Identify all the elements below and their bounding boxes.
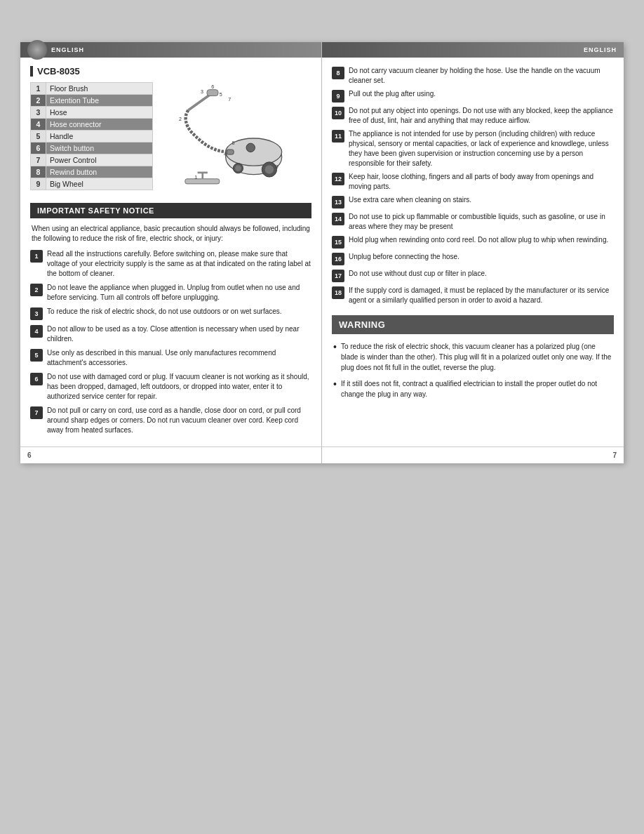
safety-items-left: 1Read all the instructions carefully. Be… — [30, 249, 311, 435]
product-title: VCB-8035 — [30, 66, 311, 77]
parts-row: 9Big Wheel — [31, 178, 153, 190]
svg-point-12 — [246, 143, 255, 152]
parts-row: 4Hose connector — [31, 119, 153, 131]
safety-section: IMPORTANT SAFETY NOTICE When using an el… — [30, 203, 311, 435]
left-page: ENGLISH VCB-8035 1Floor Brush2Extention … — [20, 42, 322, 463]
safety-item: 3To reduce the risk of electric shock, d… — [30, 307, 311, 320]
part-num: 8 — [31, 166, 46, 178]
parts-row: 5Handle — [31, 131, 153, 143]
safety-text: Do not put any object into openings. Do … — [349, 106, 614, 126]
svg-text:1: 1 — [194, 175, 197, 180]
safety-num: 5 — [30, 349, 43, 362]
vacuum-diagram: 3 6 5 7 8 1 2 4 9 — [159, 82, 311, 194]
part-label: Hose — [46, 107, 153, 119]
safety-item: 1Read all the instructions carefully. Be… — [30, 249, 311, 279]
safety-text: Hold plug when rewinding onto cord reel.… — [349, 235, 614, 249]
safety-text: Keep hair, loose clothing, fingers and a… — [349, 172, 614, 192]
svg-text:9: 9 — [276, 164, 279, 170]
safety-item: 15Hold plug when rewinding onto cord ree… — [332, 235, 614, 249]
safety-intro: When using an electrical appliance, basi… — [30, 224, 311, 244]
bullet: • — [333, 341, 337, 373]
safety-item: 8Do not carry vacuum cleaner by holding … — [332, 66, 614, 86]
safety-text: The appliance is not intended for use by… — [349, 129, 614, 168]
part-num: 7 — [31, 154, 46, 166]
svg-text:7: 7 — [228, 97, 231, 102]
part-num: 5 — [31, 131, 46, 143]
right-content: 8Do not carry vacuum cleaner by holding … — [322, 58, 624, 441]
safety-item: 10Do not put any object into openings. D… — [332, 106, 614, 126]
safety-num: 3 — [30, 307, 43, 320]
safety-item: 2Do not leave the appliance when plugged… — [30, 283, 311, 303]
safety-item: 5Use only as described in this manual. U… — [30, 348, 311, 368]
safety-num: 2 — [30, 284, 43, 296]
part-label: Handle — [46, 131, 153, 143]
warning-text: If it still does not fit, contract a qua… — [341, 378, 612, 399]
parts-row: 7Power Control — [31, 154, 153, 166]
part-label: Big Wheel — [46, 178, 153, 190]
right-page-footer: 7 — [322, 446, 624, 463]
svg-text:3: 3 — [201, 89, 203, 95]
svg-rect-9 — [185, 179, 220, 184]
warning-header: WARNING — [332, 315, 614, 334]
safety-num: 14 — [332, 213, 344, 225]
safety-num: 4 — [30, 325, 43, 338]
svg-text:8: 8 — [232, 140, 235, 146]
safety-num: 17 — [332, 270, 344, 282]
part-label: Rewind button — [46, 166, 153, 178]
safety-text: Do not use with damaged cord or plug. If… — [47, 372, 311, 402]
warning-item: •If it still does not fit, contract a qu… — [333, 378, 612, 399]
part-num: 1 — [31, 83, 46, 95]
safety-num: 1 — [30, 250, 43, 263]
svg-text:5: 5 — [220, 92, 222, 98]
safety-num: 15 — [332, 236, 344, 249]
safety-text: Do not pull or carry on cord, use cord a… — [47, 406, 311, 435]
right-page: ENGLISH 8Do not carry vacuum cleaner by … — [322, 42, 624, 463]
safety-num: 12 — [332, 173, 344, 185]
safety-text: Do not leave the appliance when plugged … — [47, 283, 311, 303]
svg-text:4: 4 — [224, 152, 227, 157]
part-num: 4 — [31, 119, 46, 131]
safety-num: 6 — [30, 373, 43, 385]
safety-item: 4Do not allow to be used as a toy. Close… — [30, 324, 311, 344]
part-label: Floor Brush — [46, 83, 153, 95]
part-num: 2 — [31, 95, 46, 107]
safety-item: 18If the supply cord is damaged, it must… — [332, 286, 614, 305]
safety-text: Do not use without dust cup or filter in… — [349, 269, 614, 282]
safety-item: 13Use extra care when cleaning on stairs… — [332, 195, 614, 208]
svg-point-3 — [265, 165, 274, 173]
left-header-label: ENGLISH — [51, 46, 84, 53]
svg-rect-8 — [207, 90, 218, 96]
left-content: VCB-8035 1Floor Brush2Extention Tube3Hos… — [20, 58, 321, 441]
svg-line-7 — [188, 95, 210, 110]
safety-text: Use extra care when cleaning on stairs. — [349, 195, 614, 208]
part-label: Switch button — [46, 143, 153, 154]
safety-item: 7Do not pull or carry on cord, use cord … — [30, 406, 311, 435]
safety-num: 9 — [332, 90, 344, 102]
right-page-num: 7 — [612, 451, 617, 459]
warning-items: •To reduce the risk of electric shock, t… — [332, 341, 614, 399]
svg-text:6: 6 — [211, 84, 214, 90]
parts-row: 6Switch button — [31, 143, 153, 154]
svg-point-5 — [235, 165, 241, 171]
vacuum-illustration: 3 6 5 7 8 1 2 4 9 — [172, 82, 298, 194]
safety-num: 16 — [332, 253, 344, 265]
safety-item: 16Unplug before connecting the hose. — [332, 252, 614, 265]
part-num: 6 — [31, 143, 46, 154]
safety-text: Do not allow to be used as a toy. Close … — [47, 324, 311, 344]
right-header-bar: ENGLISH — [322, 42, 624, 58]
header-logo — [27, 40, 47, 60]
warning-section: WARNING •To reduce the risk of electric … — [332, 315, 614, 399]
safety-text: Use only as described in this manual. Us… — [47, 348, 311, 368]
safety-num: 11 — [332, 130, 344, 143]
left-page-footer: 6 — [20, 446, 321, 463]
safety-item: 6Do not use with damaged cord or plug. I… — [30, 372, 311, 402]
safety-text: To reduce the risk of electric shock, do… — [47, 307, 311, 320]
svg-text:2: 2 — [179, 117, 182, 122]
safety-item: 14Do not use to pick up flammable or com… — [332, 212, 614, 232]
parts-table: 1Floor Brush2Extention Tube3Hose4Hose co… — [30, 82, 153, 190]
safety-header: IMPORTANT SAFETY NOTICE — [30, 203, 311, 218]
safety-num: 7 — [30, 406, 43, 419]
safety-text: Do not carry vacuum cleaner by holding t… — [349, 66, 614, 86]
safety-item: 12Keep hair, loose clothing, fingers and… — [332, 172, 614, 192]
safety-item: 9Pull out the plug after using. — [332, 89, 614, 102]
